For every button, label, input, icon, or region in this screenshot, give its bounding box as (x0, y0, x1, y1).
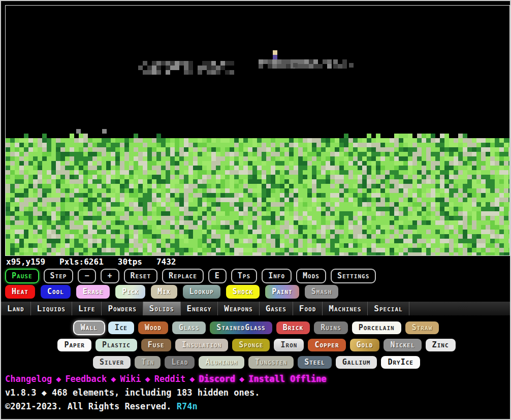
tab-machines[interactable]: Machines (323, 302, 368, 316)
footer-links: Changelog◆Feedback◆Wiki◆Reddit◆Discord◆I… (5, 374, 327, 384)
element-button-gallium[interactable]: Gallium (336, 356, 377, 369)
footer-link-reddit[interactable]: Reddit (154, 374, 185, 384)
tab-weapons[interactable]: Weapons (218, 302, 259, 316)
footer-separator: ◆ (111, 374, 116, 384)
tab-liquids[interactable]: Liquids (31, 302, 72, 316)
control-button-replace[interactable]: Replace (162, 269, 204, 283)
tab-food[interactable]: Food (293, 302, 323, 316)
element-button-silver[interactable]: Silver (93, 356, 131, 369)
control-button-info[interactable]: Info (262, 269, 292, 283)
element-button-fuse[interactable]: Fuse (141, 339, 171, 351)
element-button-paper[interactable]: Paper (57, 339, 91, 351)
element-button-sponge[interactable]: Sponge (232, 339, 270, 351)
footer-separator: ◆ (56, 374, 61, 384)
tool-button-heat[interactable]: Heat (5, 285, 35, 299)
tool-button-mix[interactable]: Mix (151, 285, 177, 299)
element-button-nickel[interactable]: Nickel (384, 339, 421, 351)
tool-button-cool[interactable]: Cool (41, 285, 71, 299)
tab-special[interactable]: Special (368, 302, 409, 316)
element-button-tin[interactable]: Tin (135, 356, 161, 369)
element-button-porcelain[interactable]: Porcelain (352, 321, 401, 334)
status-coordinates: x95,y159 (6, 257, 45, 267)
tool-button-erase[interactable]: Erase (76, 285, 110, 299)
control-button-step[interactable]: Step (44, 269, 74, 283)
tool-button-lookup[interactable]: Lookup (183, 285, 220, 299)
footer-link-feedback[interactable]: Feedback (65, 374, 107, 384)
footer-separator: ◆ (189, 374, 195, 384)
controls-row: PauseStep−+ResetReplaceETpsInfoModsSetti… (5, 269, 380, 283)
element-button-aluminum[interactable]: Aluminum (199, 356, 244, 369)
element-row-1: WallIceWoodGlassStainedGlassBrickRuinsPo… (1, 319, 511, 336)
tab-powders[interactable]: Powders (102, 302, 143, 316)
status-tick-counter: 7432 (156, 257, 176, 267)
element-button-brick[interactable]: Brick (276, 321, 310, 334)
status-pixel-count: Pxls:6261 (59, 257, 104, 267)
footer-separator: ◆ (239, 374, 244, 384)
tools-row: HeatCoolErasePickMixLookupShockPaintSmas… (5, 285, 344, 299)
control-button-tps[interactable]: Tps (231, 269, 257, 283)
element-button-tungsten[interactable]: Tungsten (248, 356, 294, 369)
element-row-3: SilverTinLeadAluminumTungstenSteelGalliu… (1, 353, 511, 371)
footer-link-discord[interactable]: Discord (199, 374, 235, 384)
tab-solids[interactable]: Solids (143, 302, 181, 316)
element-grid: WallIceWoodGlassStainedGlassBrickRuinsPo… (1, 319, 511, 371)
element-button-copper[interactable]: Copper (308, 339, 345, 351)
sandbox-game-page: { "status": { "coords": "x95,y159", "pix… (0, 0, 511, 420)
element-button-wall[interactable]: Wall (74, 321, 104, 334)
element-button-gold[interactable]: Gold (350, 339, 380, 351)
element-button-ruins[interactable]: Ruins (314, 321, 348, 334)
game-canvas-frame (5, 5, 510, 256)
game-canvas[interactable] (6, 6, 509, 255)
element-button-glass[interactable]: Glass (172, 321, 206, 334)
element-button-insulation[interactable]: Insulation (175, 339, 229, 351)
brand-link[interactable]: R74n (177, 401, 198, 411)
footer-link-install-offline[interactable]: Install Offline (248, 374, 327, 384)
element-button-dryice[interactable]: DryIce (381, 356, 420, 369)
element-button-wood[interactable]: Wood (138, 321, 168, 334)
tab-life[interactable]: Life (72, 302, 102, 316)
element-row-2: PaperPlasticFuseInsulationSpongeIronCopp… (1, 336, 511, 353)
element-button-stainedglass[interactable]: StainedGlass (210, 321, 272, 334)
control-button-settings[interactable]: Settings (331, 269, 376, 283)
tab-gases[interactable]: Gases (260, 302, 293, 316)
footer-link-changelog[interactable]: Changelog (5, 374, 52, 384)
category-tabs: LandLiquidsLifePowdersSolidsEnergyWeapon… (1, 301, 511, 316)
control-button-e[interactable]: E (208, 269, 227, 283)
copyright-text: ©2021-2023. All Rights Reserved. R74n (5, 401, 198, 411)
element-button-plastic[interactable]: Plastic (95, 339, 137, 351)
tool-button-smash[interactable]: Smash (305, 285, 339, 299)
tool-button-paint[interactable]: Paint (265, 285, 299, 299)
version-text: v1.8.3 ◆ 468 elements, including 183 hid… (5, 387, 260, 398)
element-button-iron[interactable]: Iron (274, 339, 304, 351)
copyright-label: ©2021-2023. All Rights Reserved. (5, 401, 177, 411)
tab-land[interactable]: Land (1, 302, 31, 316)
control-button-[interactable]: − (78, 269, 96, 283)
element-button-zinc[interactable]: Zinc (426, 339, 456, 351)
element-button-lead[interactable]: Lead (165, 356, 195, 369)
status-tps: 30tps (118, 257, 142, 267)
control-button-pause[interactable]: Pause (5, 269, 39, 283)
tool-button-pick[interactable]: Pick (115, 285, 145, 299)
tab-energy[interactable]: Energy (181, 302, 218, 316)
footer-separator: ◆ (145, 374, 150, 384)
tool-button-shock[interactable]: Shock (226, 285, 260, 299)
element-button-straw[interactable]: Straw (405, 321, 439, 334)
footer-link-wiki[interactable]: Wiki (120, 374, 141, 384)
control-button-reset[interactable]: Reset (124, 269, 158, 283)
control-button-mods[interactable]: Mods (296, 269, 326, 283)
status-bar: x95,y159Pxls:626130tps7432 (6, 257, 190, 267)
control-button-[interactable]: + (101, 269, 119, 283)
element-button-steel[interactable]: Steel (298, 356, 332, 369)
element-button-ice[interactable]: Ice (108, 321, 134, 334)
